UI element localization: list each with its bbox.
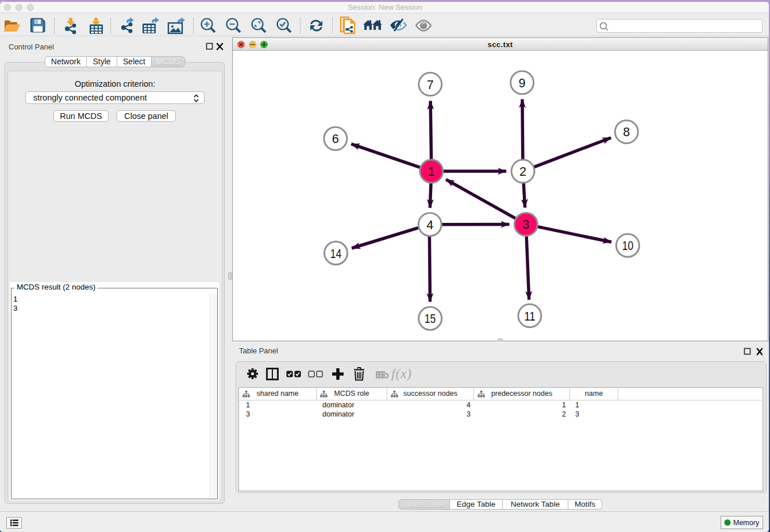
svg-text:14: 14 — [330, 247, 342, 261]
svg-text:1: 1 — [428, 165, 435, 179]
svg-text:7: 7 — [427, 78, 434, 92]
svg-text:6: 6 — [332, 132, 339, 146]
svg-text:Memory: Memory — [733, 519, 760, 527]
svg-text:2: 2 — [519, 165, 526, 179]
svg-text:11: 11 — [524, 310, 536, 323]
svg-text:15: 15 — [425, 312, 436, 326]
svg-text:10: 10 — [622, 239, 634, 253]
svg-text:9: 9 — [519, 76, 526, 90]
svg-text:4: 4 — [426, 218, 433, 232]
svg-text:8: 8 — [623, 125, 630, 139]
svg-text:3: 3 — [522, 218, 529, 232]
